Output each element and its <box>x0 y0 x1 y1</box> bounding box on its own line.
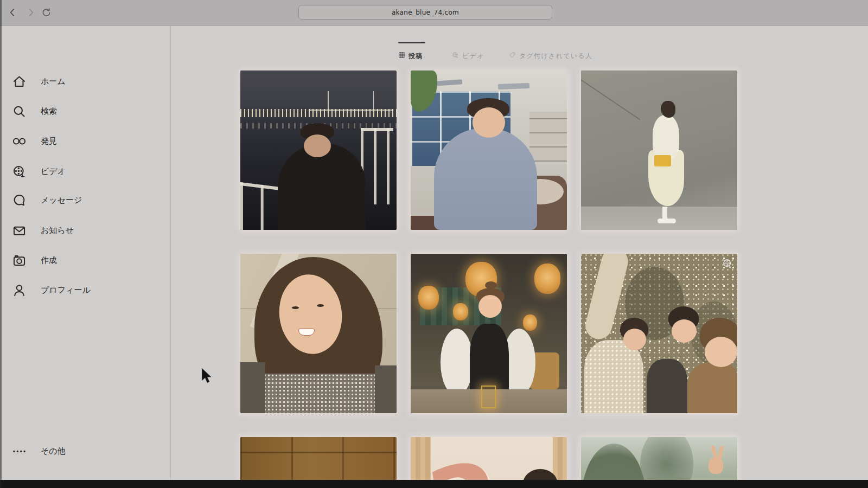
discover-icon <box>12 134 27 149</box>
back-button[interactable] <box>5 6 20 20</box>
tab-posts[interactable]: 投稿 <box>398 50 423 61</box>
post-thumbnail-1[interactable] <box>240 70 397 230</box>
sidebar-item-label: ビデオ <box>41 166 66 177</box>
url-text: akane_blue_74.com <box>392 9 459 16</box>
sidebar-item-label: ホーム <box>41 76 66 87</box>
browser-toolbar: akane_blue_74.com <box>0 0 868 26</box>
browser-window: akane_blue_74.com ホーム 検索 発見 ビデオ メッセージ お知… <box>0 0 868 488</box>
active-tab-indicator <box>398 42 425 43</box>
reel-icon <box>12 164 27 179</box>
post-thumbnail-5[interactable] <box>411 254 567 413</box>
tab-label: 投稿 <box>409 52 423 61</box>
camera-icon <box>12 253 27 268</box>
reload-button[interactable] <box>39 6 53 20</box>
mouse-cursor <box>200 368 214 384</box>
envelope-icon <box>12 223 27 238</box>
frame-left-edge <box>0 0 2 488</box>
sidebar-item-messages[interactable]: メッセージ <box>12 192 82 208</box>
post-grid: 2 <box>240 70 737 480</box>
sidebar-item-label: メッセージ <box>41 195 82 206</box>
tab-label: ビデオ <box>462 52 484 61</box>
reload-icon <box>41 7 52 20</box>
tab-label: タグ付けされている人 <box>519 52 592 61</box>
sidebar-item-label: 検索 <box>41 106 57 117</box>
tab-video[interactable]: ビデオ <box>452 50 484 61</box>
sidebar-item-video[interactable]: ビデオ <box>12 164 66 179</box>
sidebar-item-label: お知らせ <box>41 226 74 236</box>
tab-tagged[interactable]: タグ付けされている人 <box>509 50 592 61</box>
chevron-left-icon <box>7 7 18 20</box>
address-bar[interactable]: akane_blue_74.com <box>298 5 552 20</box>
post-thumbnail-2[interactable] <box>411 70 567 230</box>
forward-button[interactable] <box>24 6 38 20</box>
sidebar: ホーム 検索 発見 ビデオ メッセージ お知らせ 作成 プロフィール <box>0 26 171 480</box>
sidebar-item-home[interactable]: ホーム <box>12 74 66 89</box>
sidebar-item-create[interactable]: 作成 <box>12 253 57 268</box>
sidebar-item-label: 作成 <box>41 255 57 266</box>
chevron-right-icon <box>25 7 36 20</box>
sidebar-item-label: プロフィール <box>41 285 91 296</box>
message-icon <box>12 193 27 208</box>
sidebar-item-more[interactable]: その他 <box>12 444 66 459</box>
sidebar-item-profile[interactable]: プロフィール <box>12 282 91 298</box>
reel-icon <box>452 52 459 60</box>
post-thumbnail-3[interactable] <box>581 70 737 230</box>
home-icon <box>12 74 27 89</box>
tag-icon <box>509 52 516 60</box>
letterbox-bottom-bar <box>0 480 868 488</box>
sidebar-item-label: その他 <box>41 446 66 457</box>
sidebar-item-search[interactable]: 検索 <box>12 104 57 119</box>
post-thumbnail-4[interactable] <box>240 254 397 413</box>
profile-icon <box>12 283 27 298</box>
grid-icon <box>398 52 405 60</box>
post-thumbnail-6[interactable] <box>581 254 737 413</box>
sidebar-item-notifications[interactable]: お知らせ <box>12 223 74 238</box>
more-dots-icon <box>12 444 27 459</box>
sidebar-item-discover[interactable]: 発見 <box>12 133 57 149</box>
sidebar-item-label: 発見 <box>41 136 57 146</box>
reel-badge-icon <box>722 258 733 269</box>
search-icon <box>12 104 27 119</box>
